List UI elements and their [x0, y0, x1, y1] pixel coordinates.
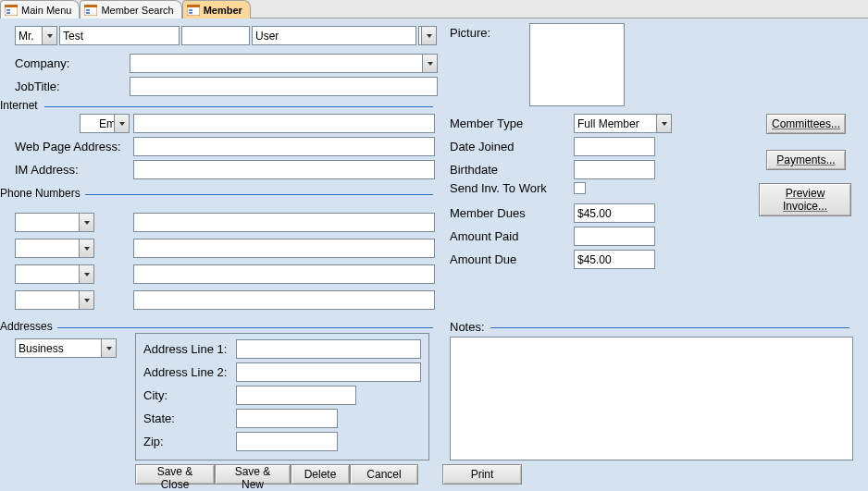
delete-button[interactable]: Delete — [291, 464, 350, 485]
imaddress-input[interactable] — [133, 160, 435, 179]
phone-value-input[interactable] — [133, 264, 435, 284]
phone-value-input[interactable] — [133, 290, 435, 310]
email-input[interactable] — [133, 114, 435, 133]
svg-rect-7 — [86, 12, 90, 14]
email-type-combo[interactable] — [80, 114, 130, 133]
phone-type-combo[interactable] — [15, 213, 94, 232]
tab-label: Main Menu — [21, 5, 71, 16]
address-type-input[interactable] — [15, 338, 117, 358]
last-name-input[interactable] — [252, 26, 416, 45]
picture-box[interactable] — [529, 23, 625, 106]
form-icon — [5, 5, 18, 16]
tab-member[interactable]: Member — [182, 0, 251, 18]
address-type-combo[interactable] — [15, 338, 117, 358]
tab-label: Member Search — [101, 5, 173, 16]
amount-due-label: Amount Due — [450, 252, 574, 266]
form-icon — [84, 5, 97, 16]
send-inv-checkbox[interactable] — [574, 182, 586, 194]
email-type-input[interactable] — [80, 114, 130, 133]
phone-value-input[interactable] — [133, 213, 435, 232]
state-input[interactable] — [236, 409, 338, 428]
svg-rect-9 — [187, 5, 200, 7]
tab-bar: Main Menu Member Search Member — [0, 0, 868, 18]
svg-rect-3 — [6, 12, 10, 14]
jobtitle-input[interactable] — [130, 77, 438, 96]
company-label: Company: — [15, 56, 130, 70]
title-combo[interactable] — [15, 26, 57, 45]
addresses-section-title: Addresses — [0, 320, 55, 333]
form-icon — [187, 5, 200, 16]
payments-button[interactable]: Payments... — [766, 150, 846, 170]
company-input[interactable] — [130, 54, 438, 73]
zip-input[interactable] — [236, 432, 338, 451]
phone-type-input[interactable] — [15, 213, 94, 232]
addr-line2-label: Address Line 2: — [143, 365, 236, 379]
picture-label: Picture: — [450, 26, 490, 40]
state-label: State: — [143, 411, 236, 425]
addr-line1-label: Address Line 1: — [143, 342, 236, 356]
save-new-button[interactable]: Save & New — [215, 464, 291, 485]
date-joined-label: Date Joined — [450, 140, 574, 153]
city-label: City: — [143, 388, 236, 402]
svg-rect-6 — [86, 9, 90, 11]
company-combo[interactable] — [130, 54, 438, 73]
jobtitle-label: JobTitle: — [15, 80, 130, 93]
tab-member-search[interactable]: Member Search — [80, 0, 181, 18]
svg-rect-10 — [189, 9, 192, 11]
amount-due-input[interactable] — [574, 250, 655, 269]
section-line — [44, 106, 433, 107]
member-type-combo[interactable] — [574, 114, 672, 133]
member-type-label: Member Type — [450, 117, 574, 130]
svg-rect-5 — [84, 5, 97, 7]
section-line — [490, 327, 849, 328]
tab-main-menu[interactable]: Main Menu — [0, 0, 80, 18]
bottom-toolbar: Save & Close Save & New Delete Cancel Pr… — [135, 464, 522, 485]
svg-rect-2 — [6, 9, 10, 11]
member-dues-label: Member Dues — [450, 206, 574, 220]
committees-button[interactable]: Committees... — [766, 114, 846, 134]
print-button[interactable]: Print — [442, 464, 522, 485]
phone-type-combo[interactable] — [15, 239, 94, 258]
section-line — [57, 327, 433, 328]
suffix-combo[interactable] — [418, 26, 437, 45]
addr-line1-input[interactable] — [236, 339, 421, 359]
first-name-input[interactable] — [59, 26, 180, 45]
svg-rect-11 — [189, 12, 192, 14]
member-dues-input[interactable] — [574, 203, 655, 223]
send-inv-label: Send Inv. To Work — [450, 181, 574, 195]
addr-line2-input[interactable] — [236, 362, 421, 382]
tab-label: Member — [204, 5, 242, 16]
imaddress-label: IM Address: — [15, 163, 133, 177]
birthdate-input[interactable] — [574, 160, 655, 179]
date-joined-input[interactable] — [574, 137, 655, 156]
member-type-input[interactable] — [574, 114, 672, 133]
webpage-input[interactable] — [133, 137, 435, 156]
svg-rect-1 — [5, 5, 18, 7]
phone-type-input[interactable] — [15, 239, 94, 258]
notes-label: Notes: — [450, 320, 485, 334]
phone-type-input[interactable] — [15, 264, 94, 284]
amount-paid-input[interactable] — [574, 227, 655, 246]
preview-invoice-button[interactable]: Preview Invoice... — [759, 183, 851, 216]
phone-value-input[interactable] — [133, 239, 435, 258]
birthdate-label: Birthdate — [450, 163, 574, 177]
address-block: Address Line 1: Address Line 2: City: St… — [135, 333, 429, 460]
middle-name-input[interactable] — [181, 26, 250, 45]
webpage-label: Web Page Address: — [15, 140, 133, 153]
suffix-input[interactable] — [418, 26, 437, 45]
phone-type-input[interactable] — [15, 290, 94, 310]
phone-section-title: Phone Numbers — [0, 187, 82, 200]
title-combo-input[interactable] — [15, 26, 57, 45]
phone-type-combo[interactable] — [15, 290, 94, 310]
form-body: Company: JobTitle: Picture: Internet Web… — [0, 18, 868, 491]
zip-label: Zip: — [143, 435, 236, 448]
notes-textarea[interactable] — [450, 337, 853, 460]
phone-type-combo[interactable] — [15, 264, 94, 284]
save-close-button[interactable]: Save & Close — [135, 464, 215, 485]
section-line — [85, 194, 433, 195]
cancel-button[interactable]: Cancel — [350, 464, 418, 485]
amount-paid-label: Amount Paid — [450, 229, 574, 243]
city-input[interactable] — [236, 386, 356, 405]
internet-section-title: Internet — [0, 99, 40, 112]
